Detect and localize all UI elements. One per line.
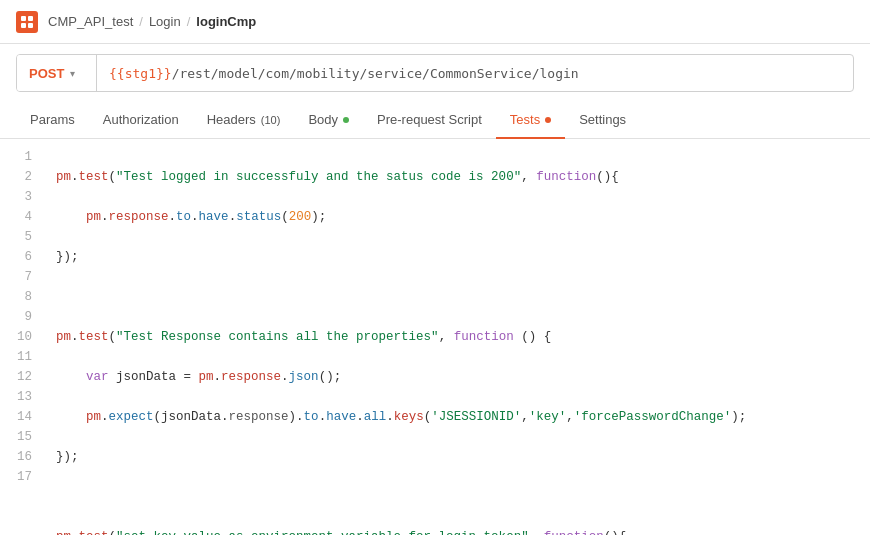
tab-tests-label: Tests <box>510 112 540 127</box>
code-editor[interactable]: 12345 678910 1112131415 1617 pm.test("Te… <box>0 139 870 535</box>
svg-rect-2 <box>21 23 26 28</box>
code-line-8: }); <box>56 447 858 467</box>
method-label: POST <box>29 66 64 81</box>
tab-headers[interactable]: Headers (10) <box>193 102 295 139</box>
chevron-down-icon: ▾ <box>70 68 75 79</box>
tab-bar: Params Authorization Headers (10) Body P… <box>0 102 870 139</box>
code-line-2: pm.response.to.have.status(200); <box>56 207 858 227</box>
tab-settings[interactable]: Settings <box>565 102 640 139</box>
svg-rect-1 <box>28 16 33 21</box>
tab-prerequest[interactable]: Pre-request Script <box>363 102 496 139</box>
tab-body-label: Body <box>308 112 338 127</box>
url-env-var: {{stg1}} <box>109 66 172 81</box>
header-bar: CMP_API_test / Login / loginCmp <box>0 0 870 44</box>
method-dropdown[interactable]: POST ▾ <box>17 55 97 91</box>
code-line-6: var jsonData = pm.response.json(); <box>56 367 858 387</box>
tab-authorization[interactable]: Authorization <box>89 102 193 139</box>
code-line-7: pm.expect(jsonData.response).to.have.all… <box>56 407 858 427</box>
tab-headers-label: Headers <box>207 112 256 127</box>
tab-authorization-label: Authorization <box>103 112 179 127</box>
tab-body[interactable]: Body <box>294 102 363 139</box>
code-line-5: pm.test("Test Response contains all the … <box>56 327 858 347</box>
tab-body-dot <box>343 117 349 123</box>
breadcrumb: CMP_API_test / Login / loginCmp <box>48 14 256 29</box>
url-bar: POST ▾ {{stg1}}/rest/model/com/mobility/… <box>16 54 854 92</box>
code-line-1: pm.test("Test logged in successfuly and … <box>56 167 858 187</box>
tab-headers-badge: (10) <box>261 114 281 126</box>
breadcrumb-login[interactable]: Login <box>149 14 181 29</box>
tab-params[interactable]: Params <box>16 102 89 139</box>
code-line-10: pm.test("set key value as environment va… <box>56 527 858 535</box>
tab-tests-dot <box>545 117 551 123</box>
tab-tests[interactable]: Tests <box>496 102 565 139</box>
breadcrumb-current: loginCmp <box>196 14 256 29</box>
svg-rect-3 <box>28 23 33 28</box>
app-icon <box>16 11 38 33</box>
code-lines: pm.test("Test logged in successfuly and … <box>44 147 870 535</box>
url-input[interactable]: {{stg1}}/rest/model/com/mobility/service… <box>97 66 853 81</box>
code-line-4 <box>56 287 858 307</box>
tab-params-label: Params <box>30 112 75 127</box>
url-path: /rest/model/com/mobility/service/CommonS… <box>172 66 579 81</box>
line-numbers: 12345 678910 1112131415 1617 <box>0 147 44 535</box>
breadcrumb-app[interactable]: CMP_API_test <box>48 14 133 29</box>
svg-rect-0 <box>21 16 26 21</box>
breadcrumb-sep2: / <box>187 14 191 29</box>
tab-prerequest-label: Pre-request Script <box>377 112 482 127</box>
breadcrumb-sep1: / <box>139 14 143 29</box>
code-line-9 <box>56 487 858 507</box>
tab-settings-label: Settings <box>579 112 626 127</box>
code-line-3: }); <box>56 247 858 267</box>
